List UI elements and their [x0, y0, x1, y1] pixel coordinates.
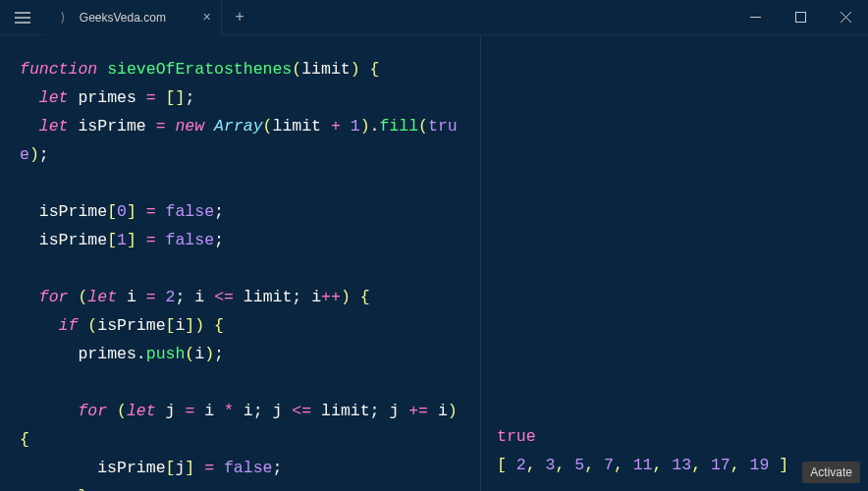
output-sep: ,	[526, 456, 546, 474]
brace: {	[370, 60, 380, 79]
semi: ;	[39, 145, 49, 164]
op-eq: =	[185, 402, 194, 420]
semi: ;	[214, 202, 224, 221]
hamburger-icon	[15, 12, 30, 24]
bracket: [	[107, 202, 117, 221]
paren: )	[360, 117, 370, 136]
output-line-true: true	[497, 422, 856, 451]
op-eq: =	[146, 88, 156, 107]
bool-false: false	[166, 231, 215, 249]
var-j: j	[389, 402, 399, 420]
kw-let: let	[39, 88, 69, 107]
semi: ;	[214, 345, 224, 363]
var-i: i	[244, 402, 253, 420]
paren: (	[185, 345, 194, 363]
new-tab-button[interactable]: +	[222, 0, 257, 35]
kw-for: for	[78, 402, 107, 420]
bracket: ]	[185, 316, 194, 335]
output-sep: ,	[731, 456, 750, 474]
code-editor[interactable]: function sieveOfEratosthenes(limit) { le…	[0, 35, 481, 491]
tab-close-button[interactable]: ×	[203, 10, 211, 26]
menu-button[interactable]	[0, 0, 45, 35]
var-isprime: isPrime	[39, 231, 107, 249]
paren: )	[341, 288, 351, 306]
tab-title: GeeksVeda.com	[80, 11, 166, 25]
var-limit: limit	[244, 288, 293, 306]
num-1: 1	[117, 231, 127, 249]
num-0: 0	[117, 202, 127, 221]
method-fill: fill	[379, 117, 418, 136]
output-prime: 7	[604, 456, 614, 474]
op-lte: <=	[214, 288, 234, 306]
paren: )	[29, 145, 39, 164]
var-isprime: isPrime	[97, 459, 165, 477]
op-pp: ++	[321, 288, 341, 306]
method-push: push	[146, 345, 186, 363]
content-area: function sieveOfEratosthenes(limit) { le…	[0, 35, 868, 491]
var-i: i	[311, 288, 321, 306]
output-prime: 5	[574, 456, 584, 474]
bool-false: false	[224, 459, 273, 477]
num-1: 1	[351, 117, 360, 136]
tab-icon: ⟩	[59, 10, 67, 26]
minimize-icon	[750, 12, 761, 23]
maximize-button[interactable]	[778, 0, 823, 35]
output-prime: 11	[633, 456, 653, 474]
kw-if: if	[59, 316, 79, 335]
activate-badge: Activate	[802, 462, 860, 483]
param-limit: limit	[301, 60, 351, 79]
var-i: i	[438, 402, 448, 420]
window-controls	[732, 0, 868, 35]
bracket: [	[107, 231, 117, 249]
output-sep: ,	[555, 456, 574, 474]
var-j: j	[273, 402, 283, 420]
paren: (	[117, 402, 127, 420]
kw-new: new	[175, 117, 204, 136]
type-array: Array	[214, 117, 263, 136]
bracket: [	[166, 316, 176, 335]
minimize-button[interactable]	[732, 0, 778, 35]
var-primes: primes	[78, 345, 136, 363]
var-j: j	[175, 459, 185, 477]
kw-let: let	[87, 288, 117, 306]
var-i: i	[194, 288, 204, 306]
close-window-button[interactable]	[823, 0, 868, 35]
var-limit: limit	[321, 402, 370, 420]
op-lte: <=	[292, 402, 311, 420]
dot: .	[370, 117, 380, 136]
var-limit: limit	[273, 117, 322, 136]
paren: )	[194, 316, 204, 335]
output-prime: 3	[546, 456, 556, 474]
op-eq: =	[146, 288, 156, 306]
paren: (	[292, 60, 301, 79]
bracket: ]	[127, 231, 136, 249]
semi: ;	[176, 288, 186, 306]
kw-let: let	[127, 402, 156, 420]
output-panel[interactable]: true [ 2, 3, 5, 7, 11, 13, 17, 19 ]	[481, 35, 868, 491]
op-star: *	[224, 402, 234, 420]
paren: (	[87, 316, 97, 335]
output-prime: 17	[711, 456, 731, 474]
op-plus: +	[331, 117, 341, 136]
var-i: i	[127, 288, 136, 306]
semi: ;	[272, 459, 282, 477]
op-eq: =	[146, 202, 156, 221]
paren: )	[204, 345, 214, 363]
arr-close: ]	[769, 456, 788, 474]
kw-function: function	[20, 60, 97, 79]
var-i: i	[175, 316, 185, 335]
paren: (	[78, 288, 87, 306]
tab-active[interactable]: ⟩ GeeksVeda.com ×	[45, 0, 222, 35]
brace: {	[360, 288, 370, 306]
output-sep: ,	[584, 456, 604, 474]
op-pe: +=	[408, 402, 428, 420]
op-eq: =	[146, 231, 156, 249]
brace: {	[214, 316, 224, 335]
brace: {	[20, 430, 29, 449]
bracket: [	[166, 459, 176, 477]
semi: ;	[370, 402, 380, 420]
paren: (	[418, 117, 428, 136]
var-isprime: isPrime	[78, 117, 145, 136]
dot: .	[136, 345, 146, 363]
output-prime: 13	[672, 456, 691, 474]
